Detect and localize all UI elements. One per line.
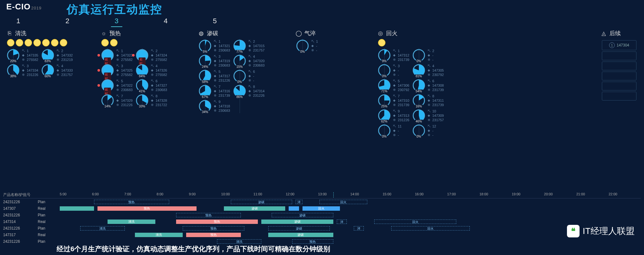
gantt-bar[interactable]: 回火: [319, 200, 367, 204]
gantt-bar[interactable]: 预热: [292, 239, 333, 244]
unit-info: ⛏1 ◆147321 ⊗230683: [214, 39, 230, 52]
unit-info: ⛏6 ◆- ⊗-: [248, 69, 255, 83]
unit-info: ⛏7 ◆147310 ⊗231739: [393, 94, 409, 107]
gantt-bar[interactable]: 淬: [296, 200, 303, 204]
gantt-row: 147317Real 清洗预热渗碳: [3, 231, 641, 238]
unit[interactable]: 84% ⛏4 ◆147326 ⊗275582: [135, 63, 167, 77]
station-name: 气淬: [304, 30, 316, 37]
unit[interactable]: 超时 ⛏1 ◆147323 ⊗275582: [101, 48, 133, 62]
unit[interactable]: 超时 ⛏3 ◆147325 ⊗275582: [101, 63, 133, 77]
unit[interactable]: 34% ⛏9 ◆147318 ⊗230683: [198, 99, 230, 113]
gantt-bar[interactable]: 渗碳: [261, 220, 333, 224]
gantt-bar[interactable]: 预热: [183, 226, 244, 231]
gantt-bar[interactable]: 渗碳: [231, 200, 292, 204]
unit[interactable]: 超时 ⛏2 ◆147324 ⊗275582: [135, 48, 167, 62]
unit[interactable]: 16% ⛏8 ◆147311 ⊗231739: [412, 94, 444, 107]
tab-4[interactable]: 4: [160, 16, 171, 27]
queue-item[interactable]: [602, 82, 636, 90]
gantt-bar[interactable]: 淬: [354, 226, 364, 231]
gantt-bar[interactable]: 清洗: [217, 239, 261, 244]
gantt-bar[interactable]: 回火: [391, 226, 470, 231]
gantt-bar[interactable]: 清洗: [135, 233, 183, 237]
progress-pie: 14%: [101, 94, 114, 107]
unit[interactable]: 0% ⛏1 ◆- ⊗-: [296, 39, 318, 53]
tab-1[interactable]: 1: [13, 16, 24, 27]
gantt-bar[interactable]: 渗碳: [224, 206, 286, 211]
gantt-bar[interactable]: [60, 206, 94, 211]
wechat-icon: ❝: [567, 225, 580, 237]
progress-pie: 0%: [233, 69, 247, 83]
unit-info: ⛏7 ◆147316 ⊗231739: [214, 84, 230, 98]
unit[interactable]: 14% ⛏7 ◆147329 ⊗231226: [101, 94, 133, 107]
station-1: ☼ 预热 超时 ⛏1 ◆147323 ⊗275582 超时 ⛏3 ◆1: [97, 30, 195, 138]
unit[interactable]: 超时 ⛏5 ◆147322 ⊗230683: [101, 79, 133, 92]
gantt-bar[interactable]: 预热: [186, 233, 241, 237]
unit-info: ⛏6 ◆147308 ⊗231739: [428, 79, 444, 92]
unit[interactable]: 0% ⛏3 ◆- ⊗-: [377, 63, 409, 77]
unit[interactable]: 54% ⛏6 ◆147308 ⊗231739: [412, 79, 444, 92]
unit[interactable]: 9% ⛏1 ◆147312 ⊗231739: [377, 48, 409, 62]
gantt-bar[interactable]: 清洗: [108, 220, 155, 224]
dots: [101, 39, 192, 46]
tab-2[interactable]: 2: [62, 16, 73, 27]
unit-info: ⛏2 ◆147332 ⊗231219: [57, 49, 73, 62]
gantt-bar[interactable]: 预热: [176, 220, 258, 224]
unit[interactable]: 81% ⛏4 ◆147305 ⊗230792: [412, 63, 444, 77]
unit[interactable]: 46% ⛏10 ◆147309 ⊗231757: [412, 109, 444, 122]
unit[interactable]: 15% ⛏4 ◆147320 ⊗230683: [233, 54, 265, 68]
unit[interactable]: 0% ⛏12 ◆- ⊗-: [412, 124, 444, 138]
gantt-bar[interactable]: 清洗: [80, 226, 125, 231]
unit[interactable]: 33% ⛏8 ◆147328 ⊗231722: [135, 94, 167, 107]
station-name: 渗碳: [207, 30, 218, 37]
unit[interactable]: 25% ⛏7 ◆147310 ⊗231739: [377, 94, 409, 107]
unit[interactable]: 0% ⛏2 ◆- ⊗-: [412, 48, 444, 62]
progress-pie: 25%: [377, 94, 391, 107]
gantt-bar[interactable]: 渗碳: [268, 233, 333, 237]
unit[interactable]: 20% ⛏1 ◆147335 ⊗275582: [6, 48, 38, 62]
dot: [16, 39, 23, 46]
progress-pie: 60%: [41, 63, 55, 77]
station-icon: ◍: [198, 30, 204, 36]
unit[interactable]: 5% ⛏1 ◆147321 ⊗230683: [198, 39, 230, 53]
gantt-bar[interactable]: 预热: [94, 200, 169, 204]
queue-item[interactable]: [602, 92, 636, 100]
unit[interactable]: 0% ⛏11 ◆- ⊗-: [377, 124, 409, 138]
queue-item[interactable]: [602, 52, 636, 60]
footer-text: 经过6个月生产统计验证，仿真动态调整生产优化序列，产品下线时间可精确在数分钟级别: [57, 244, 330, 254]
unit[interactable]: 24% ⛏3 ◆147319 ⊗230683: [198, 54, 230, 68]
unit[interactable]: 77% ⛏2 ◆147315 ⊗231757: [233, 39, 265, 53]
unit[interactable]: 58% ⛏5 ◆147317 ⊗231226: [198, 69, 230, 83]
queue-item[interactable]: [602, 72, 636, 80]
unit[interactable]: 71% ⛏5 ◆147306 ⊗230792: [377, 79, 409, 92]
unit[interactable]: 67% ⛏7 ◆147316 ⊗231739: [198, 84, 230, 98]
queue-item[interactable]: 1 147304: [602, 40, 636, 50]
unit-info: ⛏4 ◆147333 ⊗231757: [57, 64, 73, 77]
gantt-bar[interactable]: 渗碳: [272, 213, 333, 217]
tab-5[interactable]: 5: [209, 16, 220, 27]
progress-pie: 20%: [6, 48, 20, 62]
gantt-header: 产品名称/炉批号 5:006:007:008:009:0010:0011:001…: [3, 192, 641, 198]
unit[interactable]: 62% ⛏9 ◆147313 ⊗231226: [377, 109, 409, 122]
station-icon: ◎: [377, 30, 384, 36]
gantt-bar[interactable]: 预热: [176, 213, 241, 217]
unit[interactable]: 86% ⛏8 ◆147314 ⊗231226: [233, 84, 265, 98]
tab-3[interactable]: 3: [111, 16, 122, 27]
queue-icon: ◬: [601, 30, 607, 36]
gantt-bar[interactable]: 回火: [303, 206, 340, 211]
unit[interactable]: 0% ⛏6 ◆- ⊗-: [233, 69, 265, 83]
gantt-bar[interactable]: [289, 206, 299, 211]
progress-pie: 41%: [135, 79, 149, 92]
unit[interactable]: 60% ⛏4 ◆147333 ⊗231757: [41, 63, 73, 77]
progress-pie: 33%: [135, 94, 149, 107]
gantt-bar[interactable]: 预热: [97, 206, 197, 211]
gantt-bar[interactable]: 渗碳: [268, 226, 330, 231]
unit-info: ⛏4 ◆147320 ⊗230683: [248, 54, 265, 68]
unit[interactable]: 83% ⛏2 ◆147332 ⊗231219: [41, 48, 73, 62]
queue-item[interactable]: [602, 62, 636, 70]
unit-info: ⛏11 ◆- ⊗-: [393, 124, 402, 137]
gantt-bar[interactable]: 回火: [374, 220, 456, 224]
unit[interactable]: 41% ⛏6 ◆147327 ⊗230683: [135, 79, 167, 92]
gantt-bar[interactable]: 淬: [337, 220, 347, 224]
unit[interactable]: 38% ⛏3 ◆147334 ⊗231226: [6, 63, 38, 77]
progress-pie: 24%: [198, 54, 212, 68]
